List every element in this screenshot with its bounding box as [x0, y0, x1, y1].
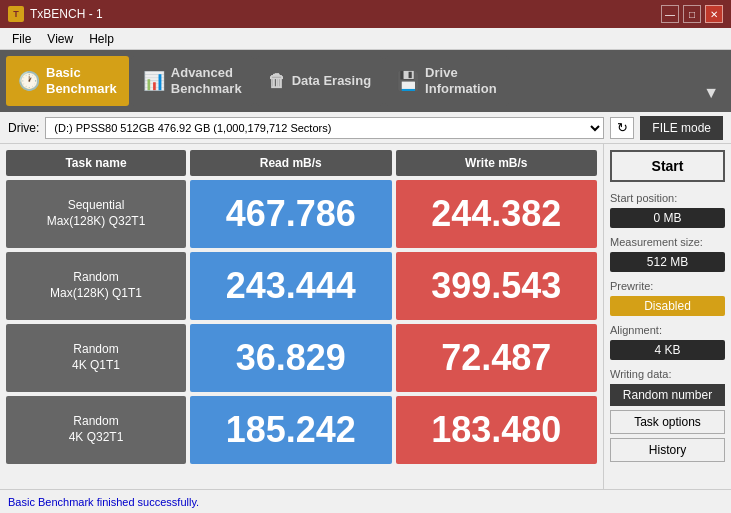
toolbar: 🕐 BasicBenchmark 📊 AdvancedBenchmark 🗑 D…: [0, 50, 731, 112]
write-2: 399.543: [396, 252, 598, 320]
basic-benchmark-icon: 🕐: [18, 70, 40, 92]
task-2: RandomMax(128K) Q1T1: [6, 252, 186, 320]
title-bar: T TxBENCH - 1 — □ ✕: [0, 0, 731, 28]
right-panel: Start Start position: 0 MB Measurement s…: [603, 144, 731, 489]
task-options-button[interactable]: Task options: [610, 410, 725, 434]
title-bar-controls: — □ ✕: [661, 5, 723, 23]
bench-row-1: SequentialMax(128K) Q32T1 467.786 244.38…: [6, 180, 597, 248]
toolbar-dropdown-button[interactable]: ▼: [697, 80, 725, 106]
read-2: 243.444: [190, 252, 392, 320]
menu-view[interactable]: View: [39, 30, 81, 48]
status-bar: Basic Benchmark finished successfully.: [0, 489, 731, 513]
task-3: Random4K Q1T1: [6, 324, 186, 392]
start-position-value: 0 MB: [610, 208, 725, 228]
drive-refresh-button[interactable]: ↻: [610, 117, 634, 139]
table-header: Task name Read mB/s Write mB/s: [6, 150, 597, 176]
task-1: SequentialMax(128K) Q32T1: [6, 180, 186, 248]
alignment-value: 4 KB: [610, 340, 725, 360]
drive-bar: Drive: (D:) PPSS80 512GB 476.92 GB (1,00…: [0, 112, 731, 144]
menu-file[interactable]: File: [4, 30, 39, 48]
writing-data-label: Writing data:: [610, 368, 725, 380]
bench-row-4: Random4K Q32T1 185.242 183.480: [6, 396, 597, 464]
read-1: 467.786: [190, 180, 392, 248]
title-bar-left: T TxBENCH - 1: [8, 6, 103, 22]
data-erasing-label: Data Erasing: [292, 73, 371, 89]
window-title: TxBENCH - 1: [30, 7, 103, 21]
advanced-benchmark-icon: 📊: [143, 70, 165, 92]
col-task-header: Task name: [6, 150, 186, 176]
drive-information-button[interactable]: 💾 DriveInformation: [385, 56, 509, 106]
measurement-size-value: 512 MB: [610, 252, 725, 272]
prewrite-label: Prewrite:: [610, 280, 725, 292]
menu-help[interactable]: Help: [81, 30, 122, 48]
write-1: 244.382: [396, 180, 598, 248]
drive-select[interactable]: (D:) PPSS80 512GB 476.92 GB (1,000,179,7…: [45, 117, 604, 139]
maximize-button[interactable]: □: [683, 5, 701, 23]
benchmark-area: Task name Read mB/s Write mB/s Sequentia…: [0, 144, 603, 489]
measurement-size-label: Measurement size:: [610, 236, 725, 248]
main-content: Task name Read mB/s Write mB/s Sequentia…: [0, 144, 731, 489]
prewrite-value: Disabled: [610, 296, 725, 316]
read-3: 36.829: [190, 324, 392, 392]
close-button[interactable]: ✕: [705, 5, 723, 23]
write-3: 72.487: [396, 324, 598, 392]
bench-row-2: RandomMax(128K) Q1T1 243.444 399.543: [6, 252, 597, 320]
bench-row-3: Random4K Q1T1 36.829 72.487: [6, 324, 597, 392]
advanced-benchmark-label: AdvancedBenchmark: [171, 65, 242, 96]
app-icon: T: [8, 6, 24, 22]
read-4: 185.242: [190, 396, 392, 464]
history-button[interactable]: History: [610, 438, 725, 462]
status-text: Basic Benchmark finished successfully.: [8, 496, 199, 508]
data-erasing-button[interactable]: 🗑 Data Erasing: [256, 56, 383, 106]
basic-benchmark-label: BasicBenchmark: [46, 65, 117, 96]
write-4: 183.480: [396, 396, 598, 464]
basic-benchmark-button[interactable]: 🕐 BasicBenchmark: [6, 56, 129, 106]
col-write-header: Write mB/s: [396, 150, 598, 176]
alignment-label: Alignment:: [610, 324, 725, 336]
task-4: Random4K Q32T1: [6, 396, 186, 464]
minimize-button[interactable]: —: [661, 5, 679, 23]
drive-information-label: DriveInformation: [425, 65, 497, 96]
menu-bar: File View Help: [0, 28, 731, 50]
drive-label: Drive:: [8, 121, 39, 135]
file-mode-button[interactable]: FILE mode: [640, 116, 723, 140]
drive-information-icon: 💾: [397, 70, 419, 92]
writing-data-button[interactable]: Random number: [610, 384, 725, 406]
start-position-label: Start position:: [610, 192, 725, 204]
col-read-header: Read mB/s: [190, 150, 392, 176]
start-button[interactable]: Start: [610, 150, 725, 182]
advanced-benchmark-button[interactable]: 📊 AdvancedBenchmark: [131, 56, 254, 106]
data-erasing-icon: 🗑: [268, 71, 286, 92]
